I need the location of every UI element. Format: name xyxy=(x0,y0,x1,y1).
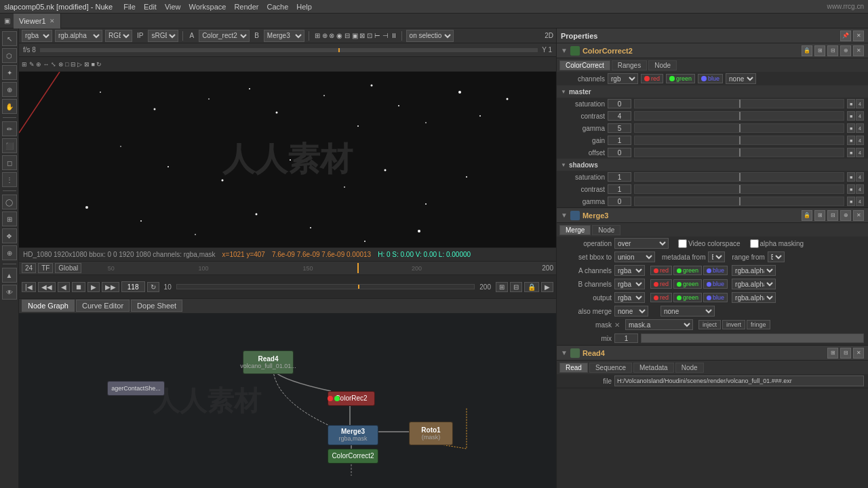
out-b[interactable]: blue xyxy=(703,293,728,302)
tool-transform[interactable]: ⊞ xyxy=(2,211,17,226)
ch-g-btn[interactable]: green xyxy=(666,74,695,83)
tab-merge-node[interactable]: Node xyxy=(592,225,620,235)
m3-btn3[interactable]: ⊟ xyxy=(827,210,838,221)
sh-con-input[interactable] xyxy=(608,184,631,194)
r4-btn3[interactable]: ✕ xyxy=(853,348,864,359)
master-section-header[interactable]: ▼ master xyxy=(557,85,868,98)
file-input[interactable] xyxy=(614,375,864,386)
btn-cc8[interactable]: 4 xyxy=(856,136,864,145)
frame-input[interactable] xyxy=(121,281,145,292)
node-merge3[interactable]: Merge3 rgba,mask xyxy=(328,425,378,445)
timeline-ruler[interactable]: 50 100 150 200 xyxy=(85,263,538,273)
ch-r-btn[interactable]: red xyxy=(641,74,663,83)
out-r[interactable]: red xyxy=(650,293,672,302)
tool-wand[interactable]: ✦ xyxy=(2,65,17,80)
frame-scrubber[interactable] xyxy=(40,48,538,52)
m3-btn5[interactable]: ✕ xyxy=(853,210,864,221)
master-con-slider[interactable] xyxy=(634,111,844,121)
ch-b-btn[interactable]: blue xyxy=(698,74,723,83)
master-offset-slider[interactable] xyxy=(634,148,844,157)
btn-cc3[interactable]: ■ xyxy=(847,111,855,121)
sh-con-s[interactable] xyxy=(634,184,844,194)
merge3-collapse[interactable]: ▼ xyxy=(561,211,568,219)
a-ch-r[interactable]: red xyxy=(650,266,672,275)
also-merge-select[interactable]: none xyxy=(614,306,648,317)
m3-btn1[interactable]: 🔒 xyxy=(802,210,812,221)
master-con-input[interactable] xyxy=(608,111,631,121)
sh-gam-s[interactable] xyxy=(634,197,844,206)
cc2-collapse[interactable]: ▼ xyxy=(561,47,568,54)
tab-read4-node[interactable]: Node xyxy=(675,363,704,373)
tool-viewer[interactable]: 👁 xyxy=(2,285,17,300)
btn-cc6[interactable]: 4 xyxy=(856,123,864,133)
btn-cc1[interactable]: ■ xyxy=(847,99,855,108)
cc2-btn4[interactable]: ⊕ xyxy=(840,45,851,56)
tab-viewer1[interactable]: Viewer1 ✕ xyxy=(14,14,61,28)
tab-read4-meta[interactable]: Metadata xyxy=(633,363,674,373)
prev-frame-btn[interactable]: ◀◀ xyxy=(38,282,56,292)
tab-read4-read[interactable]: Read xyxy=(559,363,588,373)
menu-edit[interactable]: Edit xyxy=(144,3,157,11)
sh-sat-input[interactable] xyxy=(608,172,631,182)
tab-read4-seq[interactable]: Sequence xyxy=(589,363,632,373)
node-colorrect2[interactable]: ColorRec2 xyxy=(328,391,375,406)
mask-x[interactable]: ✕ xyxy=(614,321,620,329)
sh-b6[interactable]: 4 xyxy=(856,197,864,206)
cc2-btn3[interactable]: ⊟ xyxy=(827,45,838,56)
m3-btn2[interactable]: ⊞ xyxy=(814,210,825,221)
master-gamma-input[interactable] xyxy=(608,123,631,133)
sh-b4[interactable]: 4 xyxy=(856,184,864,194)
master-gain-input[interactable] xyxy=(608,136,631,145)
channels-select[interactable]: rgb xyxy=(608,73,638,84)
cc2-btn5[interactable]: ✕ xyxy=(853,45,864,56)
prop-pin-btn[interactable]: 📌 xyxy=(840,30,851,41)
btn-cc7[interactable]: ■ xyxy=(847,136,855,145)
out-g[interactable]: green xyxy=(673,293,702,302)
tool-lasso[interactable]: ⬡ xyxy=(2,48,17,63)
sh-sat-s[interactable] xyxy=(634,172,844,182)
r4-btn1[interactable]: ⊞ xyxy=(827,348,838,359)
prop-close-btn[interactable]: ✕ xyxy=(853,30,864,41)
range-select[interactable]: B xyxy=(768,251,785,262)
tab-dope-sheet[interactable]: Dope Sheet xyxy=(131,300,182,312)
tool-picker[interactable]: ⋮ xyxy=(2,172,17,187)
menu-render[interactable]: Render xyxy=(234,3,258,11)
srgb-select[interactable]: sRGB xyxy=(148,30,178,42)
mask-select[interactable]: mask.a xyxy=(625,319,693,330)
menu-file[interactable]: File xyxy=(123,3,136,11)
sh-gam-input[interactable] xyxy=(608,197,631,206)
bbox-select[interactable]: union xyxy=(614,251,655,262)
tool-roto[interactable]: ◯ xyxy=(2,195,17,209)
btn-cc10[interactable]: 4 xyxy=(856,148,864,157)
tool-paint[interactable]: ⬛ xyxy=(2,138,17,153)
op-select[interactable]: over xyxy=(614,238,669,249)
none-select[interactable]: none xyxy=(726,73,756,84)
tl-btn-play2[interactable]: ▶ xyxy=(541,282,553,292)
tool-clone[interactable]: ❖ xyxy=(2,228,17,243)
a-alpha-select[interactable]: rgba.alpha xyxy=(732,265,776,276)
sh-b1[interactable]: ■ xyxy=(847,172,855,182)
mix-slider[interactable] xyxy=(641,333,864,343)
b-ch-b[interactable]: blue xyxy=(703,279,728,289)
tool-pan[interactable]: ✋ xyxy=(2,99,17,114)
cc2-btn2[interactable]: ⊞ xyxy=(814,45,825,56)
menu-workspace[interactable]: Workspace xyxy=(189,3,226,11)
master-sat-input[interactable] xyxy=(608,99,631,108)
mix-input[interactable] xyxy=(614,333,638,343)
timeline-bar[interactable] xyxy=(176,284,475,289)
none2-select[interactable]: none xyxy=(660,306,715,317)
r4-btn2[interactable]: ⊟ xyxy=(840,348,851,359)
tab-cc2-main[interactable]: ColorCorrect xyxy=(559,60,610,70)
b-ch-g[interactable]: green xyxy=(673,279,702,289)
tab-node-graph[interactable]: Node Graph xyxy=(22,300,75,312)
read4-collapse[interactable]: ▼ xyxy=(561,349,568,357)
menu-cache[interactable]: Cache xyxy=(267,3,288,11)
a-ch-b[interactable]: blue xyxy=(703,266,728,275)
output-select[interactable]: rgba xyxy=(614,292,645,303)
tool-arrow[interactable]: ↖ xyxy=(2,31,17,46)
btn-cc2[interactable]: 4 xyxy=(856,99,864,108)
tab-cc2-ranges[interactable]: Ranges xyxy=(612,60,647,70)
invert-btn[interactable]: invert xyxy=(722,320,745,329)
master-gain-slider[interactable] xyxy=(634,136,844,145)
tool-eraser[interactable]: ◻ xyxy=(2,155,17,170)
